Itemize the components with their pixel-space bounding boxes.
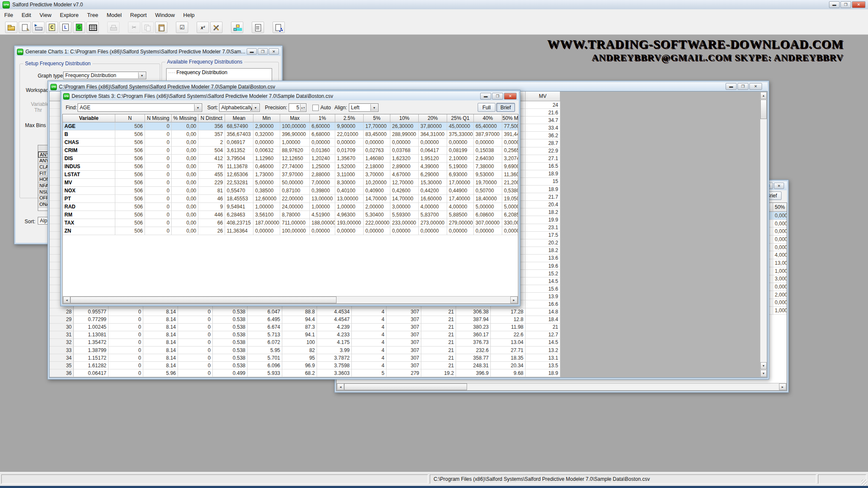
brief-button[interactable]: Brief	[496, 103, 515, 112]
bgw-scroll-thumb[interactable]	[344, 383, 467, 390]
menu-item-help[interactable]: Help	[179, 10, 199, 20]
generate-charts-titlebar[interactable]: SPM Generate Charts 1: C:\Program Files …	[16, 47, 281, 56]
menu-item-file[interactable]: File	[0, 10, 17, 20]
table-row[interactable]: RAD50600,0099,549411,0000024,000001,0000…	[63, 203, 518, 211]
options-checkbox-button[interactable]: ☑	[176, 22, 188, 33]
menu-item-explore[interactable]: Explore	[56, 10, 83, 20]
menu-item-edit[interactable]: Edit	[17, 10, 35, 20]
tools-button[interactable]	[210, 22, 223, 33]
data-row[interactable]: 280.9557708.1400.5386.04788.84.453443072…	[50, 308, 560, 316]
table-row[interactable]: INDUS50600,007611,136780,4600027,740001,…	[63, 163, 518, 171]
column-header--missing[interactable]: % Missing	[172, 114, 198, 122]
chevron-down-icon[interactable]: ▼	[138, 72, 145, 78]
column-header-max[interactable]: Max	[280, 114, 310, 122]
boston-close-button[interactable]: ✕	[749, 83, 762, 90]
column-header-20-[interactable]: 20%	[419, 114, 447, 122]
data-row[interactable]: 311.1308108.1400.5385.71394.14.233430721…	[50, 331, 560, 339]
data-row[interactable]: 321.3547208.1400.5386.0721004.1754307213…	[50, 339, 560, 347]
stats-scroll-thumb[interactable]	[70, 297, 337, 303]
boston-scroll-thumb[interactable]	[760, 100, 767, 119]
scroll-left-icon[interactable]: ◄	[337, 383, 344, 390]
column-header-5-[interactable]: 5%	[364, 114, 390, 122]
log-file-button[interactable]: L	[59, 22, 72, 33]
column-header-mean[interactable]: Mean	[225, 114, 253, 122]
column-header-n-distinct[interactable]: N Distinct	[198, 114, 225, 122]
bgw-close-button[interactable]: ✕	[774, 183, 784, 189]
available-distribution-item[interactable]: Frequency Distribution	[176, 69, 227, 75]
full-button[interactable]: Full	[478, 103, 495, 112]
table-row[interactable]: AGE50600,0035668,574902,90000100,000006,…	[63, 122, 518, 130]
minimize-button[interactable]: ▬	[829, 1, 840, 8]
graph-type-combo[interactable]: Frequency Distribution ▼	[63, 72, 146, 79]
submit-command-button[interactable]	[32, 22, 45, 33]
boston-minimize-button[interactable]: ▬	[726, 83, 737, 90]
column-header-40-[interactable]: 40%	[474, 114, 502, 122]
bgw-column-header[interactable]: 50% Me	[773, 203, 787, 212]
column-header-2-5-[interactable]: 2.5%	[335, 114, 364, 122]
precision-spinner[interactable]: 5 ▲▼	[289, 103, 306, 112]
translate-model-button[interactable]	[273, 22, 285, 33]
stats-restore-button[interactable]: ❐	[492, 93, 503, 100]
stats-minimize-button[interactable]: ▬	[480, 93, 491, 100]
scroll-down2-icon[interactable]: ▼	[760, 370, 767, 377]
table-row[interactable]: CHAS50600,0020,069170,000001,000000,0000…	[63, 139, 518, 147]
auto-checkbox[interactable]	[312, 105, 319, 111]
column-header-min[interactable]: Min	[253, 114, 280, 122]
table-row[interactable]: CRIM50600,005043,613520,0063288,976200,0…	[63, 147, 518, 155]
table-row[interactable]: LSTAT50600,0045512,653061,7300037,970002…	[63, 171, 518, 179]
data-row[interactable]: 331.3879908.1400.5385.95823.99430721232.…	[50, 347, 560, 354]
gc-minimize-button[interactable]: ▬	[247, 48, 257, 55]
column-header-n[interactable]: N	[115, 114, 145, 122]
grove-file-button[interactable]: G	[73, 22, 85, 33]
tree-network-button[interactable]	[231, 22, 243, 33]
stats-titlebar[interactable]: SPM Descriptive Stats 3: C:\Program File…	[62, 92, 518, 100]
paste-button[interactable]	[155, 22, 167, 33]
table-row[interactable]: RM50600,004466,284633,561008,780004,5190…	[63, 211, 518, 219]
sort-combo[interactable]: Alphabetically ▼	[219, 103, 260, 112]
scroll-down-icon[interactable]: ▼	[760, 362, 767, 369]
data-row[interactable]: 341.1517208.1400.5385.701953.78724307213…	[50, 354, 560, 362]
resize-grip-icon[interactable]	[861, 480, 867, 485]
menu-item-view[interactable]: View	[35, 10, 56, 20]
column-header-50-me[interactable]: 50% Me	[502, 114, 518, 122]
data-row[interactable]: 360.0641705.9600.4995.93368.23.360352791…	[50, 369, 560, 377]
column-header-n-missing[interactable]: N Missing	[145, 114, 172, 122]
find-combo[interactable]: AGE ▼	[78, 103, 202, 112]
scroll-left-icon[interactable]: ◄	[63, 297, 70, 303]
cut-button[interactable]: ✂	[128, 22, 140, 33]
menu-item-model[interactable]: Model	[103, 10, 126, 20]
table-row[interactable]: ZN50600,002611,363640,00000100,000000,00…	[63, 227, 518, 235]
model-setup-button[interactable]: x²	[197, 22, 209, 33]
menu-item-window[interactable]: Window	[151, 10, 179, 20]
print-button[interactable]	[107, 22, 120, 33]
table-row[interactable]: NOX50600,00810,554700,385000,871000,3980…	[63, 187, 518, 195]
table-row[interactable]: DIS50600,004123,795041,1296012,126501,20…	[63, 155, 518, 163]
column-header-1-[interactable]: 1%	[310, 114, 335, 122]
data-grid-button[interactable]	[86, 22, 99, 33]
scroll-right-icon[interactable]: ►	[779, 383, 786, 390]
close-button[interactable]: ✕	[852, 1, 865, 8]
data-row[interactable]: 351.6128208.1400.5386.09696.93.759843072…	[50, 362, 560, 369]
table-row[interactable]: TAX50600,0066408,23715187,00000711,00000…	[63, 219, 518, 227]
file-info-button[interactable]	[19, 22, 31, 33]
command-file-button[interactable]: C	[46, 22, 58, 33]
column-header-mv[interactable]: MV	[526, 92, 560, 101]
spinner-arrows-icon[interactable]: ▲▼	[300, 104, 306, 111]
menu-item-tree[interactable]: Tree	[83, 10, 102, 20]
menu-item-report[interactable]: Report	[126, 10, 151, 20]
table-row[interactable]: PT50600,004618,4555312,6000022,0000013,0…	[63, 195, 518, 203]
maximize-button[interactable]: ❐	[840, 1, 851, 8]
stats-close-button[interactable]: ✕	[504, 93, 517, 100]
chevron-down-icon[interactable]: ▼	[370, 104, 378, 111]
data-row[interactable]: 290.7729908.1400.5386.49594.44.454743072…	[50, 316, 560, 324]
open-file-button[interactable]	[5, 22, 17, 33]
chevron-down-icon[interactable]: ▼	[194, 104, 201, 111]
align-combo[interactable]: Left ▼	[349, 103, 378, 112]
gc-restore-button[interactable]: ❐	[258, 48, 268, 55]
report-button[interactable]	[252, 22, 264, 33]
column-header-variable[interactable]: Variable	[63, 114, 115, 122]
boston-restore-button[interactable]: ❐	[737, 83, 748, 90]
gc-close-button[interactable]: ✕	[269, 48, 279, 55]
scroll-up-icon[interactable]: ▲	[760, 92, 767, 99]
copy-button[interactable]	[142, 22, 154, 33]
